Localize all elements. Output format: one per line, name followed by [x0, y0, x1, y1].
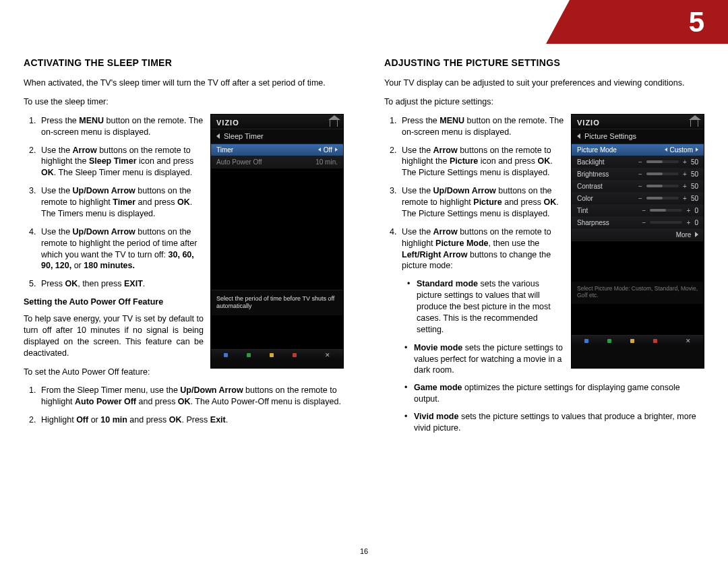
intro-text: Your TV display can be adjusted to suit …: [384, 77, 704, 89]
tv-brand: VIZIO: [216, 119, 239, 127]
row-value: 0: [694, 207, 698, 214]
lead-text: To adjust the picture settings:: [384, 96, 704, 108]
page-number: 16: [0, 547, 728, 555]
footer-dot-red-icon: [293, 353, 297, 357]
footer-dot-yellow-icon: [270, 353, 274, 357]
crumb-label: Picture Settings: [584, 132, 636, 140]
row-value: 0: [694, 219, 698, 226]
close-icon: ✕: [325, 352, 330, 358]
row-label: Color: [577, 195, 593, 202]
tv-row-brightness: Brightness −+50: [572, 168, 704, 181]
row-value: 50: [691, 183, 698, 190]
list-item: Standard mode sets the various picture s…: [417, 278, 704, 335]
tv-breadcrumb: Picture Settings: [572, 129, 704, 144]
chevron-left-icon: [665, 148, 667, 152]
row-label: Picture Mode: [577, 146, 617, 154]
chevron-right-icon: [696, 148, 698, 152]
tv-footer: ✕: [211, 349, 343, 360]
row-label: Brightness: [577, 170, 609, 178]
lead-text: To use the sleep timer:: [24, 96, 344, 108]
right-column: ADJUSTING THE PICTURE SETTINGS Your TV d…: [384, 57, 704, 440]
tv-row-sharpness: Sharpness −+0: [572, 217, 704, 229]
tv-row-picture-mode: Picture Mode Custom: [572, 144, 704, 156]
row-value: 10 min.: [315, 158, 338, 166]
footer-dot-blue-icon: [224, 353, 228, 357]
sub-steps-list: From the Sleep Timer menu, use the Up/Do…: [24, 385, 344, 426]
tv-help-text: Select the period of time before TV shut…: [211, 290, 343, 315]
row-label: Backlight: [577, 158, 605, 166]
tv-row-more: More: [572, 229, 704, 241]
home-icon: [690, 119, 698, 127]
home-icon: [330, 119, 338, 127]
tv-row-backlight: Backlight −+50: [572, 156, 704, 168]
list-item: Highlight Off or 10 min and press OK. Pr…: [38, 414, 344, 426]
row-value: 50: [691, 195, 698, 202]
list-item: Movie mode sets the picture settings to …: [414, 342, 704, 377]
more-label: More: [676, 231, 692, 239]
footer-dot-green-icon: [247, 353, 251, 357]
heading-picture-settings: ADJUSTING THE PICTURE SETTINGS: [384, 57, 704, 68]
row-value: Off: [324, 146, 332, 154]
list-item: From the Sleep Timer menu, use the Up/Do…: [38, 385, 344, 408]
chapter-number: 5: [689, 6, 704, 38]
chevron-left-icon: [318, 148, 321, 152]
back-arrow-icon: [216, 133, 220, 139]
row-value: 50: [691, 170, 698, 178]
chapter-tab: 5: [546, 0, 728, 44]
tv-row-timer: Timer Off: [211, 144, 343, 156]
tv-row-autopoweroff: Auto Power Off 10 min.: [211, 156, 343, 168]
list-item: Game mode optimizes the picture settings…: [414, 382, 704, 405]
sleep-timer-screenshot: VIZIO Sleep Timer Timer Off Auto Power O…: [210, 114, 344, 369]
heading-sleep-timer: ACTIVATING THE SLEEP TIMER: [24, 57, 344, 68]
chevron-right-icon: [695, 232, 698, 237]
list-item: Vivid mode sets the picture settings to …: [414, 411, 704, 434]
chevron-right-icon: [335, 148, 338, 152]
tv-row-contrast: Contrast −+50: [572, 181, 704, 193]
left-column: ACTIVATING THE SLEEP TIMER When activate…: [24, 57, 344, 440]
row-value: 50: [691, 158, 698, 166]
tv-brand: VIZIO: [577, 119, 600, 127]
row-label: Sharpness: [577, 219, 609, 226]
tv-row-color: Color −+50: [572, 193, 704, 205]
back-arrow-icon: [577, 133, 580, 139]
intro-text: When activated, the TV's sleep timer wil…: [24, 77, 344, 89]
row-value: Custom: [670, 146, 693, 154]
row-label: Timer: [216, 146, 233, 154]
modes-list: Standard mode sets the various picture s…: [402, 278, 704, 335]
modes-list-cont: Movie mode sets the picture settings to …: [384, 342, 704, 434]
crumb-label: Sleep Timer: [224, 132, 264, 140]
tv-breadcrumb: Sleep Timer: [211, 129, 343, 144]
tv-row-tint: Tint −+0: [572, 205, 704, 217]
row-label: Auto Power Off: [216, 158, 262, 166]
row-label: Contrast: [577, 183, 603, 190]
row-label: Tint: [577, 207, 588, 214]
